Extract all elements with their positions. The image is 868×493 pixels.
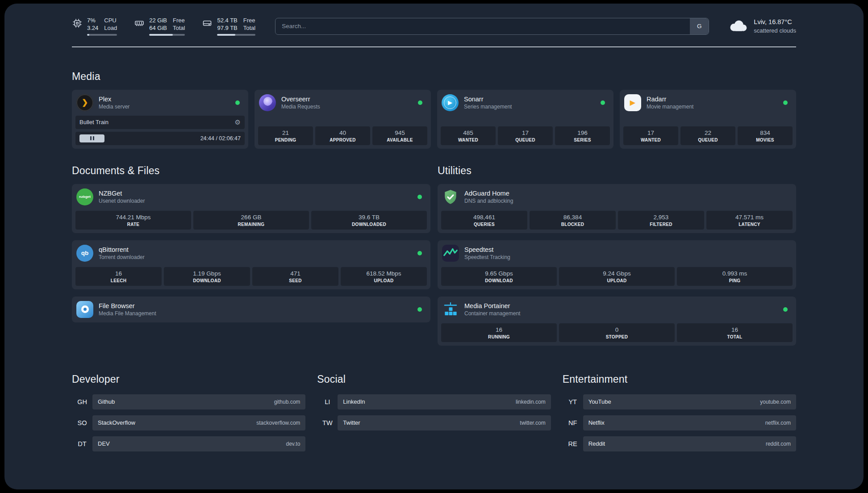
service-link-speedtest[interactable]: Speedtest Speedtest Tracking [441,244,793,265]
stat-value: 498,461 [443,214,526,221]
bookmark-bar: DEV dev.to [92,436,305,451]
weather-condition: scattered clouds [754,27,796,35]
service-name: Overseerr [281,96,413,103]
service-text: NZBGet Usenet downloader [99,190,412,204]
search-provider-button[interactable]: G [690,18,709,34]
bookmark-stackoverflow[interactable]: SO StackOverflow stackoverflow.com [72,415,305,430]
memory-readout: 22 GiB 64 GiB Free Total [149,17,185,36]
stat-block: 17 QUEUED [498,126,553,145]
media-cards: ❯ Plex Media server Bullet Train ⚙ [72,90,796,149]
section-media: Media ❯ Plex Media server [72,71,796,149]
bookmark-abbr: NF [563,415,583,430]
stat-block: 16 RUNNING [441,323,557,342]
bookmark-name: DEV [98,440,282,447]
pause-button[interactable] [79,134,104,142]
stat-value: 9.24 Gbps [561,270,673,277]
stat-value: 0.993 ms [679,270,791,277]
qbittorrent-icon-text: qb [81,250,89,256]
stat-block: 9.65 Gbps DOWNLOAD [441,267,557,286]
service-card-speedtest: Speedtest Speedtest Tracking 9.65 Gbps D… [438,240,796,289]
plex-now-playing-widget: Bullet Train ⚙ 24:44 / 02:06:47 [75,116,245,145]
stat-block: 47.571 ms LATENCY [706,211,793,230]
disk-icon [202,18,213,29]
service-text: Overseerr Media Requests [281,96,413,110]
play-glyph: ▶ [448,99,452,106]
cpu-progress-fill [87,34,89,36]
stat-value: 47.571 ms [708,214,791,221]
nzbget-icon: nzbget [76,188,93,205]
service-link-radarr[interactable]: ▶ Radarr Movie management [623,93,793,115]
stat-label: WANTED [442,138,494,142]
stat-label: DOWNLOAD [443,278,555,283]
service-stats: 485 WANTED 17 QUEUED 196 SERIES [441,126,610,145]
stat-value: 485 [442,130,494,136]
stat-block: 16 LEECH [75,267,162,286]
bookmark-dev[interactable]: DT DEV dev.to [72,436,305,451]
stat-value: 834 [739,130,791,136]
weather-text: Lviv, 16.87°C scattered clouds [754,18,796,34]
plex-icon: ❯ [76,94,93,111]
disk-progress-bar [217,34,255,36]
bookmark-reddit[interactable]: RE Reddit reddit.com [563,436,796,451]
service-stats: 17 WANTED 22 QUEUED 834 MOVIES [623,126,793,145]
service-link-plex[interactable]: ❯ Plex Media server [75,93,245,115]
bookmark-url: stackoverflow.com [256,420,300,426]
service-card-adguard: AdGuard Home DNS and adblocking 498,461 … [438,184,796,233]
service-link-portainer[interactable]: Media Portainer Container management [441,300,793,322]
service-card-qbittorrent: qb qBittorrent Torrent downloader 16 LEE… [72,240,430,289]
bookmark-bar: Github github.com [92,394,305,409]
status-dot-online [417,307,422,312]
stat-label: SERIES [557,138,608,142]
bookmark-youtube[interactable]: YT YouTube youtube.com [563,394,796,409]
service-name: Sonarr [464,96,595,103]
service-subtitle: Usenet downloader [99,198,412,204]
stat-label: SEED [254,278,337,283]
bookmark-url: twitter.com [520,420,545,426]
gear-icon[interactable]: ⚙ [235,119,241,125]
bookmark-bar: StackOverflow stackoverflow.com [92,415,305,430]
service-link-sonarr[interactable]: ▶ Sonarr Series management [441,93,610,115]
memory-free-label: Free [173,17,185,25]
stat-block: 618.52 Mbps UPLOAD [341,267,427,286]
bookmark-netflix[interactable]: NF Netflix netflix.com [563,415,796,430]
stat-value: 196 [557,130,608,136]
service-subtitle: Media Requests [281,104,413,110]
bookmark-name: YouTube [588,398,756,405]
stat-label: MOVIES [739,138,791,142]
service-stats: 498,461 QUERIES 86,384 BLOCKED 2,953 FIL… [441,211,793,230]
service-link-nzbget[interactable]: nzbget NZBGet Usenet downloader [75,188,427,209]
stat-value: 1.19 Gbps [166,270,248,277]
search-input[interactable] [275,18,709,35]
stat-label: REMAINING [195,222,307,227]
stat-value: 17 [500,130,551,136]
stat-block: 266 GB REMAINING [193,211,309,230]
bookmark-bar: YouTube youtube.com [583,394,796,409]
service-name: NZBGet [99,190,412,197]
overseerr-swirl [263,97,272,106]
service-link-overseerr[interactable]: Overseerr Media Requests [258,93,427,115]
service-name: Plex [99,96,230,103]
stat-value: 0 [561,326,673,333]
status-dot-online [417,251,422,255]
service-text: Plex Media server [99,96,230,110]
service-link-filebrowser[interactable]: File Browser Media File Management [75,300,427,319]
service-subtitle: Media File Management [99,310,412,317]
bookmark-url: reddit.com [766,441,791,447]
service-subtitle: Torrent downloader [99,254,412,260]
cpu-load-label: Load [104,25,117,32]
bookmark-github[interactable]: GH Github github.com [72,394,305,409]
cpu-label: CPU [104,17,117,25]
stat-label: QUEUED [682,138,734,142]
service-link-qbittorrent[interactable]: qb qBittorrent Torrent downloader [75,244,427,265]
stat-label: TOTAL [679,334,791,339]
section-title-media: Media [72,71,796,83]
bookmark-name: StackOverflow [98,419,252,426]
weather-widget: Lviv, 16.87°C scattered clouds [728,18,796,34]
status-dot-online [783,307,788,312]
service-name: AdGuard Home [464,190,790,197]
bookmark-linkedin[interactable]: LI LinkedIn linkedin.com [317,394,551,409]
bookmark-url: netflix.com [765,420,791,426]
bookmark-twitter[interactable]: TW Twitter twitter.com [317,415,551,430]
stat-value: 945 [374,130,426,136]
service-link-adguard[interactable]: AdGuard Home DNS and adblocking [441,188,793,209]
